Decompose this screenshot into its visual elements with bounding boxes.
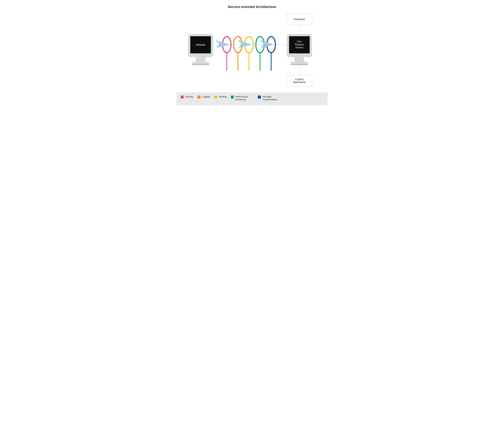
legend-item: Logging xyxy=(197,95,210,99)
legend-item: Message Transformation xyxy=(258,95,281,101)
legend-label: Logging xyxy=(202,95,210,98)
registry-label-3: Service xyxy=(295,46,303,49)
registry-computer-icon: User Registry Service xyxy=(287,34,312,65)
diagram-page: Service-oriented Architecture Database L… xyxy=(177,0,327,105)
svg-rect-16 xyxy=(291,64,308,65)
legacy-label-1: Legacy xyxy=(295,78,304,81)
website-label: Website xyxy=(196,43,205,46)
svg-marker-20 xyxy=(238,40,251,45)
legend-swatch xyxy=(231,95,234,99)
diagram-svg: Database Legacy Mainframe xyxy=(177,10,327,93)
svg-rect-15 xyxy=(291,62,308,64)
svg-marker-17 xyxy=(216,40,229,45)
svg-rect-10 xyxy=(192,62,209,64)
legend-item: Routing xyxy=(214,95,227,99)
svg-rect-9 xyxy=(195,57,206,62)
database-box: Database xyxy=(287,14,312,25)
legend-label: Message Transformation xyxy=(263,95,281,101)
legend: SecurityLoggingRoutingPerformance Monito… xyxy=(177,93,327,105)
svg-rect-11 xyxy=(192,64,209,65)
legend-label: Performance Monitoring xyxy=(236,95,254,101)
diagram-canvas: Database Legacy Mainframe xyxy=(177,10,327,93)
legend-label: Security xyxy=(185,95,193,98)
registry-label-1: User xyxy=(297,40,302,43)
database-label: Database xyxy=(294,18,305,21)
legend-swatch xyxy=(180,95,184,99)
website-computer-icon: Website xyxy=(188,34,213,65)
legend-swatch xyxy=(214,95,218,99)
rings-group xyxy=(222,36,275,70)
svg-rect-14 xyxy=(294,57,304,62)
svg-marker-23 xyxy=(260,40,273,45)
registry-label-2: Registry xyxy=(295,43,304,46)
legend-label: Routing xyxy=(219,95,227,98)
legend-item: Performance Monitoring xyxy=(231,95,254,101)
legend-swatch xyxy=(197,95,201,99)
legend-swatch xyxy=(258,95,261,99)
legacy-label-2: Mainframe xyxy=(293,81,306,84)
legend-item: Security xyxy=(180,95,193,99)
legacy-mainframe-box: Legacy Mainframe xyxy=(287,75,312,86)
diagram-title: Service-oriented Architecture xyxy=(177,0,327,10)
